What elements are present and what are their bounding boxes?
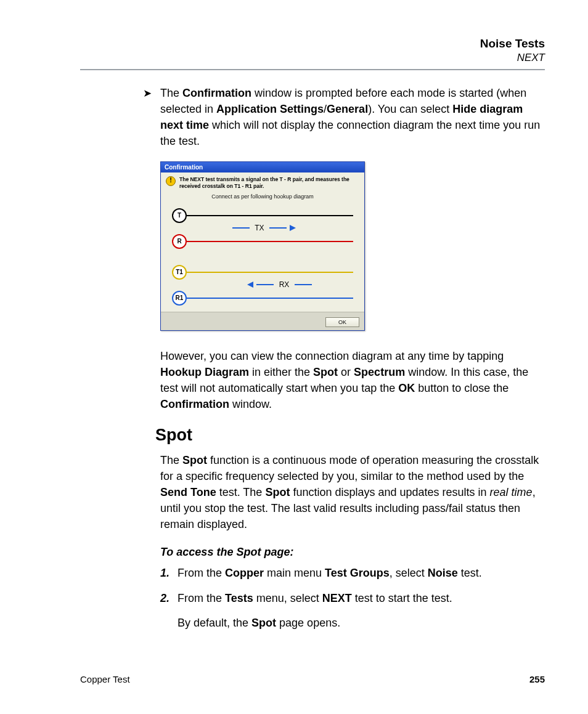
line-r xyxy=(187,241,353,242)
text: ). You can select xyxy=(368,103,452,115)
node-t: T xyxy=(172,208,187,223)
steps-list: 1. From the Copper main menu Test Groups… xyxy=(160,565,545,606)
header-subtitle: NEXT xyxy=(80,52,545,64)
node-r: R xyxy=(172,234,187,249)
page: Noise Tests NEXT ➤ The Confirmation wind… xyxy=(0,0,588,714)
dialog-screenshot: Confirmation The NEXT test transmits a s… xyxy=(160,161,545,330)
spacer xyxy=(172,249,353,265)
footer-section: Copper Test xyxy=(80,674,130,684)
text: Tests xyxy=(225,592,253,604)
text: Spot xyxy=(313,366,338,378)
ok-button[interactable]: OK xyxy=(325,317,359,327)
step-2-followup: By default, the Spot page opens. xyxy=(178,615,545,631)
paragraph-hookup-note: However, you can view the connection dia… xyxy=(160,348,545,412)
text: Spot xyxy=(182,454,207,466)
text: button to close the xyxy=(415,382,508,394)
step-2: 2. From the Tests menu, select NEXT test… xyxy=(160,590,545,606)
text: menu, select xyxy=(253,592,322,604)
node-t1: T1 xyxy=(172,265,187,280)
text: Copper xyxy=(225,567,264,579)
node-r1: R1 xyxy=(172,291,187,306)
text: in either the xyxy=(249,366,313,378)
text: test. xyxy=(458,567,482,579)
text: Spectrum xyxy=(354,366,405,378)
text: NEXT xyxy=(322,592,352,604)
text: Noise xyxy=(428,567,458,579)
text: function displays and updates results in xyxy=(290,486,489,498)
diagram-row-r: R xyxy=(172,234,353,249)
line-segment-icon xyxy=(295,284,312,285)
text: real time xyxy=(490,486,533,498)
header-divider xyxy=(80,69,545,70)
tx-text: TX xyxy=(255,224,264,232)
text: Application Settings xyxy=(216,103,324,115)
diagram-row-t1: T1 xyxy=(172,265,353,280)
step-number: 1. xyxy=(160,565,169,581)
text: By default, the xyxy=(178,617,251,629)
text: test to start the test. xyxy=(352,592,452,604)
text: From the xyxy=(178,567,225,579)
text: window. xyxy=(229,398,272,410)
dialog-message: The NEXT test transmits a signal on the … xyxy=(161,172,364,192)
dialog-subtitle: Connect as per following hookup diagram xyxy=(161,192,364,205)
line-t xyxy=(187,215,353,216)
diagram-row-r1: R1 xyxy=(172,291,353,306)
header-title: Noise Tests xyxy=(80,37,545,51)
text: Send Tone xyxy=(160,486,216,498)
diagram-row-t: T xyxy=(172,208,353,223)
rx-text: RX xyxy=(279,280,290,289)
text: or xyxy=(338,366,354,378)
text: , select xyxy=(390,567,428,579)
bullet-confirmation-note: ➤ The Confirmation window is prompted be… xyxy=(160,85,545,149)
section-heading-spot: Spot xyxy=(155,426,545,445)
text: Confirmation xyxy=(182,87,251,99)
diagram-tx-label: TX xyxy=(172,223,353,234)
text: From the xyxy=(178,592,225,604)
text: which will not display the connection di… xyxy=(160,119,540,147)
page-header: Noise Tests NEXT xyxy=(80,37,545,64)
text: page opens. xyxy=(276,617,340,629)
text: OK xyxy=(398,382,415,394)
hookup-diagram: T TX R xyxy=(161,205,364,312)
text: Hookup Diagram xyxy=(160,366,249,378)
paragraph-spot-desc: The Spot function is a continuous mode o… xyxy=(160,452,545,532)
diagram-rx-label: RX xyxy=(172,280,353,291)
dialog-footer: OK xyxy=(161,312,364,330)
content-block: ➤ The Confirmation window is prompted be… xyxy=(160,85,545,631)
text: The xyxy=(160,87,182,99)
arrowhead-icon: ➤ xyxy=(143,86,152,102)
page-number: 255 xyxy=(529,674,545,684)
text: General xyxy=(327,103,368,115)
dialog-titlebar: Confirmation xyxy=(161,162,364,172)
page-footer: Copper Test 255 xyxy=(80,674,545,684)
line-segment-icon xyxy=(232,227,250,229)
confirmation-dialog: Confirmation The NEXT test transmits a s… xyxy=(160,161,365,330)
subheading-access-spot: To access the Spot page: xyxy=(160,546,545,559)
line-segment-icon xyxy=(256,284,274,285)
text: Spot xyxy=(265,486,290,498)
text: Test Groups xyxy=(325,567,390,579)
line-r1 xyxy=(187,298,353,299)
text: main menu xyxy=(264,567,325,579)
step-number: 2. xyxy=(160,590,169,606)
text: Spot xyxy=(251,617,276,629)
text: test. The xyxy=(216,486,266,498)
warning-icon xyxy=(166,176,176,186)
text: However, you can view the connection dia… xyxy=(160,350,504,362)
dialog-message-text: The NEXT test transmits a signal on the … xyxy=(179,176,359,189)
arrow-left-icon xyxy=(247,282,253,288)
step-1: 1. From the Copper main menu Test Groups… xyxy=(160,565,545,581)
text: Confirmation xyxy=(160,398,229,410)
text: function is a continuous mode of operati… xyxy=(160,454,539,482)
text: The xyxy=(160,454,182,466)
line-t1 xyxy=(187,272,353,273)
arrow-right-icon xyxy=(290,225,296,231)
line-segment-icon xyxy=(269,227,287,229)
